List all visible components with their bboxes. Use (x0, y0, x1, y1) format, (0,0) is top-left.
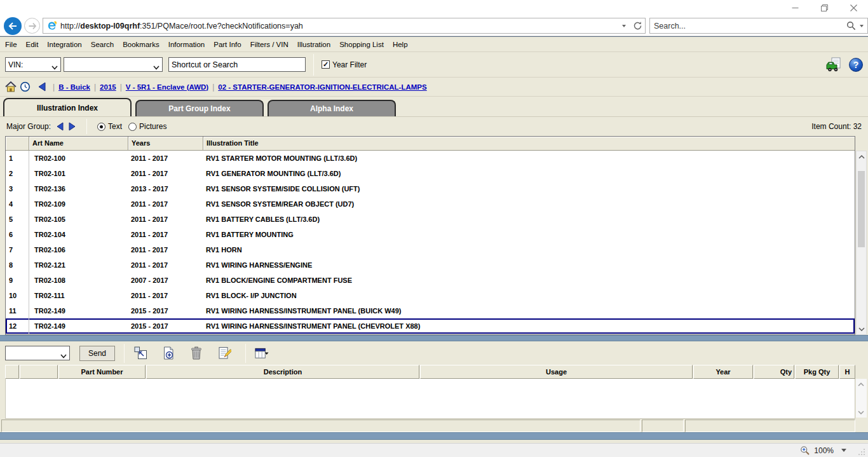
illustration-row[interactable]: 7 TR02-106 2011 - 2017 RV1 HORN (6, 242, 855, 257)
row-title: RV1 WIRING HARNESS/INSTRUMENT PANEL (BUI… (203, 307, 855, 315)
column-header-art-name[interactable]: Art Name (29, 137, 128, 151)
row-title: RV1 GENERATOR MOUNTING (LLT/3.6D) (203, 170, 855, 177)
resize-grip-icon[interactable] (858, 448, 865, 456)
edit-notes-button[interactable] (217, 346, 231, 360)
illustration-row[interactable]: 10 TR02-111 2011 - 2017 RV1 BLOCK- I/P J… (6, 288, 855, 303)
vehicle-report-icon[interactable] (825, 57, 843, 72)
column-options-button[interactable] (255, 346, 269, 360)
status-cell (685, 419, 855, 432)
menu-item-information[interactable]: Information (164, 41, 210, 48)
scroll-down-button[interactable] (857, 324, 866, 334)
menu-item-illustration[interactable]: Illustration (293, 41, 335, 48)
zoom-icon[interactable] (800, 446, 810, 456)
parts-column-header[interactable] (5, 365, 19, 379)
home-icon[interactable] (5, 81, 17, 92)
breadcrumb-link[interactable]: B - Buick (58, 83, 90, 91)
scroll-up-button[interactable] (856, 379, 865, 389)
year-filter-checkbox[interactable]: ✓ (322, 60, 330, 69)
back-button[interactable] (4, 17, 22, 35)
menu-item-shopping-list[interactable]: Shopping List (335, 41, 388, 48)
shortcut-search-input[interactable] (168, 57, 306, 72)
back-triangle-icon[interactable] (37, 82, 46, 92)
menu-item-bookmarks[interactable]: Bookmarks (118, 41, 164, 48)
radio-pictures[interactable] (128, 123, 137, 131)
close-button[interactable] (839, 0, 868, 16)
browser-status-bar: 100% (0, 443, 868, 457)
illustration-table-header: Art Name Years Illustration Title (6, 137, 855, 151)
major-group-next-button[interactable] (69, 122, 76, 131)
illustration-table: Art Name Years Illustration Title 1 TR02… (5, 136, 855, 335)
illustration-row[interactable]: 4 TR02-109 2011 - 2017 RV1 SENSOR SYSTEM… (6, 196, 855, 212)
parts-column-header[interactable]: Qty (754, 365, 794, 379)
column-header-num[interactable] (6, 137, 29, 151)
parts-column-header[interactable]: Year (693, 365, 753, 379)
parts-column-header[interactable]: Usage (420, 365, 693, 379)
scrollbar-thumb[interactable] (858, 171, 865, 247)
minimize-button[interactable] (780, 0, 810, 16)
breadcrumb-link[interactable]: V - 5R1 - Enclave (AWD) (126, 83, 208, 91)
browser-search-box[interactable] (649, 18, 868, 34)
parts-column-header[interactable]: Part Number (58, 365, 146, 379)
browser-search-input[interactable] (654, 22, 843, 31)
add-part-button[interactable] (161, 346, 175, 360)
illustration-row[interactable]: 9 TR02-108 2007 - 2017 RV1 BLOCK/ENGINE … (6, 273, 855, 288)
illustration-row[interactable]: 5 TR02-105 2011 - 2017 RV1 BATTERY CABLE… (6, 212, 855, 227)
illustration-row[interactable]: 2 TR02-101 2011 - 2017 RV1 GENERATOR MOU… (6, 166, 855, 181)
illustration-row[interactable]: 6 TR02-104 2011 - 2017 RV1 BATTERY MOUNT… (6, 227, 855, 242)
major-group-prev-button[interactable] (56, 122, 64, 131)
menu-item-part-info[interactable]: Part Info (209, 41, 245, 48)
vertical-scrollbar[interactable] (856, 151, 867, 335)
column-header-years[interactable]: Years (128, 137, 203, 151)
row-number: 9 (6, 273, 29, 288)
address-bar[interactable]: http://desktop-l09qrhf:351/PQMace/root.f… (43, 18, 646, 34)
radio-text-label: Text (108, 122, 122, 131)
row-years: 2011 - 2017 (128, 200, 203, 208)
search-icon[interactable] (846, 21, 856, 31)
column-header-illustration-title[interactable]: Illustration Title (203, 137, 855, 151)
url-dropdown-caret-icon[interactable] (622, 25, 626, 27)
refresh-icon[interactable] (633, 21, 642, 31)
vin-type-select[interactable]: VIN: (5, 57, 61, 72)
illustration-row[interactable]: 11 TR02-149 2015 - 2017 RV1 WIRING HARNE… (6, 303, 855, 318)
help-icon[interactable]: ? (849, 58, 863, 72)
parts-column-header[interactable]: Pkg Qty (795, 365, 839, 379)
breadcrumb-link[interactable]: 2015 (100, 83, 116, 91)
send-button[interactable]: Send (79, 346, 115, 361)
search-dropdown-caret-icon[interactable] (860, 25, 864, 27)
tab-alpha-index[interactable]: Alpha Index (268, 100, 396, 116)
parts-scrollbar[interactable] (856, 379, 867, 418)
zoom-level[interactable]: 100% (814, 446, 834, 455)
breadcrumb-link[interactable]: 02 - STARTER-GENERATOR-IGNITION-ELECTRIC… (218, 83, 426, 91)
delete-button[interactable] (189, 346, 203, 360)
illustration-row[interactable]: 1 TR02-100 2011 - 2017 RV1 STARTER MOTOR… (6, 151, 855, 166)
tab-part-group-index[interactable]: Part Group Index (135, 100, 264, 116)
radio-pictures-label: Pictures (139, 122, 166, 131)
menu-item-integration[interactable]: Integration (43, 41, 86, 48)
restore-button[interactable] (810, 0, 839, 16)
menu-item-edit[interactable]: Edit (22, 41, 43, 48)
scroll-down-button[interactable] (856, 407, 865, 417)
illustration-row[interactable]: 12 TR02-149 2015 - 2017 RV1 WIRING HARNE… (6, 318, 855, 334)
illustration-row[interactable]: 8 TR02-121 2011 - 2017 RV1 WIRING HARNES… (6, 257, 855, 273)
open-in-window-button[interactable] (133, 346, 147, 360)
parts-column-header[interactable]: H (839, 365, 855, 379)
illustration-row[interactable]: 3 TR02-136 2013 - 2017 RV1 SENSOR SYSTEM… (6, 181, 855, 196)
menu-item-file[interactable]: File (1, 41, 22, 48)
menu-item-filters-vin[interactable]: Filters / VIN (246, 41, 293, 48)
history-clock-icon[interactable] (20, 81, 31, 92)
parts-column-header[interactable]: Description (146, 365, 419, 379)
radio-text[interactable] (97, 123, 105, 131)
row-number: 8 (6, 257, 29, 273)
forward-button[interactable] (24, 18, 40, 34)
row-art-name: TR02-105 (29, 215, 128, 223)
tab-illustration-index[interactable]: Illustration Index (3, 98, 132, 116)
vehicle-select[interactable] (64, 57, 163, 72)
menu-item-help[interactable]: Help (388, 41, 412, 48)
action-select[interactable] (5, 346, 70, 360)
scroll-up-button[interactable] (857, 152, 866, 161)
row-title: RV1 STARTER MOTOR MOUNTING (LLT/3.6D) (203, 154, 855, 162)
zoom-dropdown-caret-icon[interactable] (841, 449, 846, 452)
breadcrumb-separator: | (120, 83, 122, 92)
parts-column-header[interactable] (20, 365, 58, 379)
menu-item-search[interactable]: Search (86, 41, 118, 48)
